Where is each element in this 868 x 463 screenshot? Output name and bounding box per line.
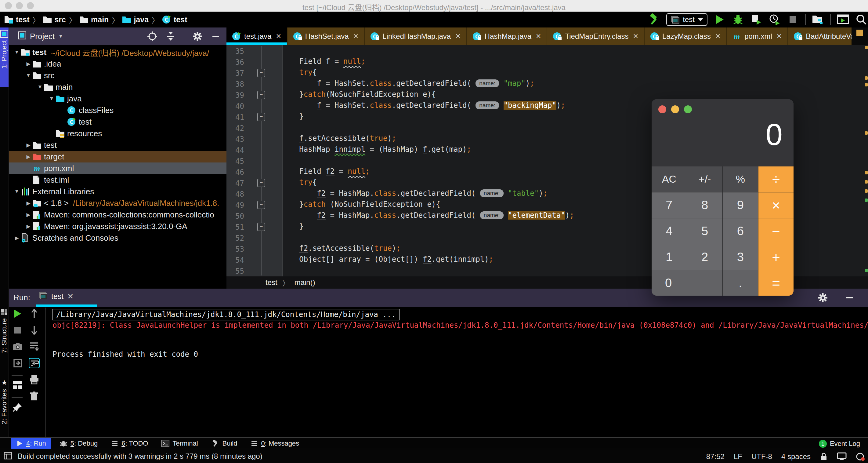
tree-chevron-icon[interactable]: ▶ <box>24 200 32 206</box>
trash-button[interactable] <box>28 390 40 402</box>
calc-button-6[interactable]: 6 <box>723 219 758 244</box>
warning-stripe-mark[interactable] <box>865 190 868 193</box>
up-button[interactable] <box>28 308 40 320</box>
tree-item-test[interactable]: Ctest <box>9 116 226 128</box>
close-icon[interactable]: ✕ <box>776 32 782 40</box>
tool-window-button-6[interactable]: 6: TODO <box>106 438 153 448</box>
tree-chevron-icon[interactable]: ▶ <box>13 235 21 241</box>
tool-button-favorites[interactable]: ★2: Favorites <box>0 376 8 442</box>
preview-button[interactable] <box>837 13 849 26</box>
calc-button-0[interactable]: 0 <box>652 270 722 296</box>
breadcrumb-item-test[interactable]: test <box>4 15 29 24</box>
breadcrumb-item-src[interactable]: src <box>43 15 66 24</box>
event-log-button[interactable]: 1 Event Log <box>819 438 860 449</box>
inspections-warning-indicator[interactable] <box>857 30 863 36</box>
tab-pom.xml[interactable]: mpom.xml✕ <box>727 28 788 45</box>
warning-stripe-mark[interactable] <box>865 171 868 174</box>
warning-stripe-mark[interactable] <box>865 76 868 80</box>
tree-item-resources[interactable]: resources <box>9 128 226 139</box>
close-icon[interactable]: ✕ <box>633 32 639 40</box>
structure-button[interactable] <box>812 13 824 26</box>
calc-button-8[interactable]: 8 <box>687 193 722 218</box>
collapse-button[interactable] <box>165 30 176 42</box>
rerun-button[interactable] <box>11 308 24 320</box>
tree-chevron-icon[interactable]: ▼ <box>48 95 56 102</box>
fold-marker[interactable]: − <box>257 179 265 187</box>
fold-marker[interactable]: − <box>257 69 265 77</box>
warning-stripe-mark[interactable] <box>865 83 868 86</box>
down-button[interactable] <box>28 324 40 336</box>
tree-item-classFiles[interactable]: CclassFiles <box>9 105 226 116</box>
status-widget-UTF-8[interactable]: UTF-8 <box>751 452 772 461</box>
calc-button-9[interactable]: 9 <box>723 193 758 218</box>
layout-button[interactable] <box>11 379 24 391</box>
breadcrumb-item-test[interactable]: Ctest <box>162 15 187 24</box>
search-button[interactable] <box>855 13 867 26</box>
tool-window-button-5[interactable]: 5: Debug <box>55 438 102 448</box>
tree-item-Scratches-and-Consoles[interactable]: ▶Scratches and Consoles <box>9 232 226 244</box>
calc-button-divide[interactable]: ÷ <box>758 167 794 192</box>
tree-item-test.iml[interactable]: test.iml <box>9 174 226 186</box>
lock-icon[interactable] <box>820 452 828 461</box>
tree-chevron-icon[interactable]: ▼ <box>36 84 44 90</box>
calc-button-1[interactable]: 1 <box>652 244 687 270</box>
import-button[interactable] <box>11 357 24 369</box>
calc-button-plus-minus[interactable]: +/- <box>687 167 722 192</box>
debug-button[interactable] <box>732 13 744 26</box>
tab-HashSet.java[interactable]: CHashSet.java✕ <box>287 28 365 45</box>
tab-HashMap.java[interactable]: CHashMap.java✕ <box>467 28 548 45</box>
fold-marker[interactable]: − <box>257 201 265 209</box>
monitor-icon[interactable] <box>837 452 847 461</box>
tree-item-<-1.8->[interactable]: ▶< 1.8 >/Library/Java/JavaVirtualMachine… <box>9 197 226 209</box>
console-command-line[interactable]: /Library/Java/JavaVirtualMachines/jdk1.8… <box>53 309 400 320</box>
tree-item-target[interactable]: ▶target <box>9 151 226 163</box>
close-traffic-light[interactable] <box>658 105 666 113</box>
tree-item-test[interactable]: ▶test <box>9 139 226 151</box>
fold-marker[interactable]: − <box>257 113 265 121</box>
calc-button-decimal[interactable]: . <box>723 270 758 296</box>
tree-item-main[interactable]: ▼main <box>9 81 226 93</box>
tree-chevron-icon[interactable]: ▶ <box>24 212 32 218</box>
tree-item-pom.xml[interactable]: mpom.xml <box>9 163 226 174</box>
breadcrumb-item-main[interactable]: main <box>79 15 108 24</box>
zoom-traffic-light[interactable] <box>684 105 692 113</box>
run-tab-test[interactable]: test ✕ <box>38 291 73 301</box>
scrollend-button[interactable] <box>28 341 40 353</box>
tree-chevron-icon[interactable]: ▶ <box>24 154 32 160</box>
pin-button[interactable] <box>11 401 24 413</box>
project-panel-title[interactable]: Project ▼ <box>18 31 63 41</box>
close-icon[interactable]: ✕ <box>715 32 721 40</box>
tree-item-java[interactable]: ▼java <box>9 93 226 105</box>
warning-stripe-mark[interactable] <box>865 46 868 49</box>
notify-icon[interactable] <box>856 452 865 461</box>
calc-button-4[interactable]: 4 <box>652 219 687 244</box>
tree-chevron-icon[interactable]: ▼ <box>13 189 21 195</box>
gear-button[interactable] <box>192 30 203 42</box>
tree-chevron-icon[interactable]: ▶ <box>24 223 32 230</box>
calc-button-multiply[interactable]: × <box>758 193 794 218</box>
profiler-button[interactable] <box>769 13 781 26</box>
tool-window-button-Build[interactable]: Build <box>207 438 242 448</box>
hammer-button[interactable] <box>648 13 660 26</box>
calc-button-2[interactable]: 2 <box>687 244 722 270</box>
status-window-icon[interactable] <box>4 452 12 461</box>
tree-item-Maven-commons-collections-commons-collectio[interactable]: ▶Maven: commons-collections:commons-coll… <box>9 209 226 221</box>
coverage-button[interactable] <box>750 13 763 26</box>
tool-button-structure[interactable]: 7: Structure <box>0 306 8 369</box>
minus-button[interactable] <box>844 292 856 304</box>
status-widget-4-spaces[interactable]: 4 spaces <box>781 452 811 461</box>
stop-button[interactable] <box>787 13 799 26</box>
status-widget-LF[interactable]: LF <box>734 452 742 461</box>
tab-test.java[interactable]: Ctest.java✕ <box>226 28 287 45</box>
close-icon[interactable]: ✕ <box>353 32 359 40</box>
tree-item-src[interactable]: ▼src <box>9 69 226 81</box>
calc-button-AC[interactable]: AC <box>652 167 687 192</box>
calc-button-percent[interactable]: % <box>723 167 758 192</box>
calc-button-add[interactable]: + <box>758 244 794 270</box>
printer-button[interactable] <box>28 374 40 386</box>
run-config-combo[interactable]: test <box>666 13 708 26</box>
softwrap-button[interactable] <box>28 357 40 369</box>
fold-marker[interactable]: − <box>257 91 265 99</box>
calc-button-3[interactable]: 3 <box>723 244 758 270</box>
status-message[interactable]: Build completed successfully with 3 warn… <box>18 452 262 461</box>
